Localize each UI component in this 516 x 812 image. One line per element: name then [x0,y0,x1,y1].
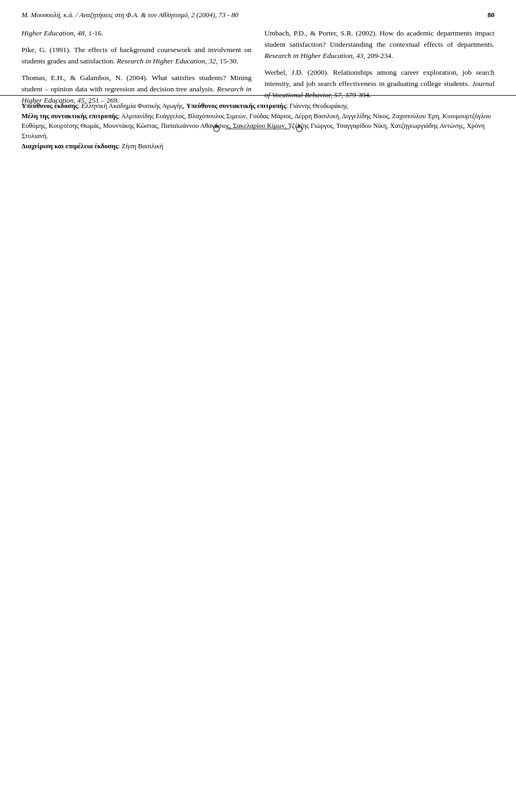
footer-editor-text: : Γιάννης Θεοδωράκης [286,102,347,110]
footer-text: Υπεύθυνος έκδοσης: Ελληνική Ακαδημία Φυσ… [22,101,494,152]
footer-editor-label: Υπεύθυνος συντακτικής επιτροπής [187,102,286,110]
footer-responsible-label: Υπεύθυνος έκδοσης [22,102,78,110]
ref2-italic: Research in Higher Education, 32, [117,57,218,65]
page-header: Μ. Μουσουλή, κ.ά. / Αναζητήσεις στη Φ.Α.… [22,11,494,19]
ref-umbach: Umbach, P.D., & Porter, S.R. (2002). How… [264,28,494,62]
page-container: Μ. Μουσουλή, κ.ά. / Αναζητήσεις στη Φ.Α.… [0,0,516,168]
page-number: 80 [488,11,494,19]
footer-members-label: Μέλη της συντακτικής επιτροπής [22,112,118,120]
footer-management-label: Διαχείριση και επιμέλεια έκδοσης [22,142,118,150]
footer-responsible-text: : Ελληνική Ακαδημία Φυσικής Αγωγής, [78,102,187,110]
footer-management-text: : Ζήση Βασιλική [118,142,163,150]
footer-section: Υπεύθυνος έκδοσης: Ελληνική Ακαδημία Φυσ… [0,95,516,157]
ref-higher-ed: Higher Education, 48, 1-16. [22,28,252,39]
ref1-italic: Higher Education, 48, [22,29,87,37]
header-title: Μ. Μουσουλή, κ.ά. / Αναζητήσεις στη Φ.Α.… [22,11,238,19]
ref-pike: Pike, G. (1991). The effects of backgrou… [22,45,252,67]
ref4-italic: Research in Higher Education, 43, [264,52,366,60]
